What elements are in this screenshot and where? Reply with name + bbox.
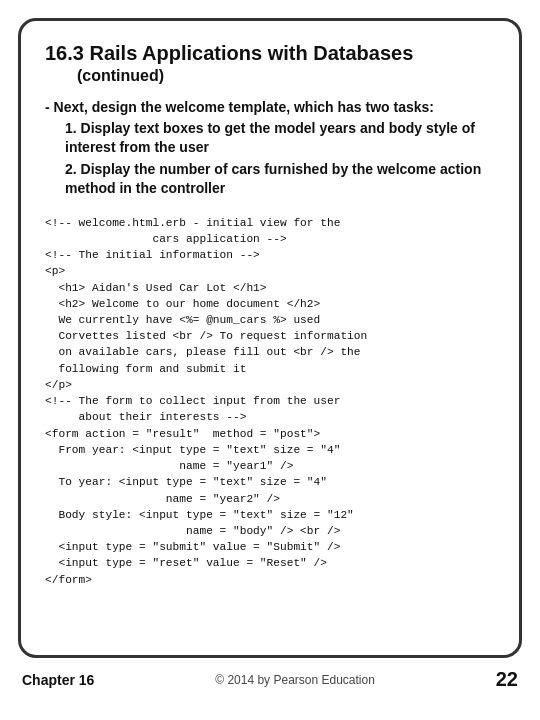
bullet-main: - Next, design the welcome template, whi… xyxy=(45,99,495,115)
footer: Chapter 16 © 2014 by Pearson Education 2… xyxy=(18,668,522,691)
slide-title: 16.3 Rails Applications with Databases xyxy=(45,41,495,65)
footer-page: 22 xyxy=(496,668,518,691)
code-block: <!-- welcome.html.erb - initial view for… xyxy=(45,215,495,637)
footer-copyright: © 2014 by Pearson Education xyxy=(215,673,375,687)
slide-container: 16.3 Rails Applications with Databases (… xyxy=(18,18,522,658)
bullet-item-2: 2. Display the number of cars furnished … xyxy=(65,160,495,198)
slide-subtitle: (continued) xyxy=(77,67,495,85)
footer-chapter: Chapter 16 xyxy=(22,672,94,688)
bullet-item-1: 1. Display text boxes to get the model y… xyxy=(65,119,495,157)
bullet-section: - Next, design the welcome template, whi… xyxy=(45,99,495,201)
